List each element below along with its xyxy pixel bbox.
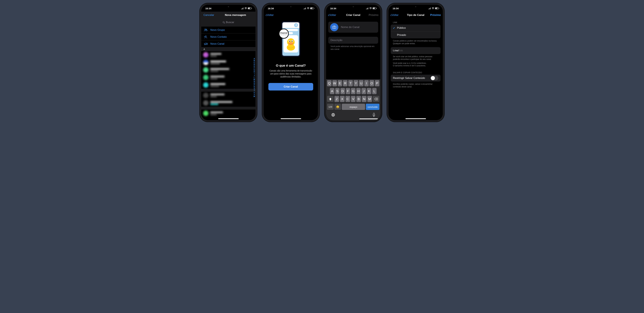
key-e[interactable]: E [338, 80, 342, 86]
channel-name-row: Nome do Canal [328, 22, 378, 33]
channel-description-input[interactable]: Descrição [328, 37, 378, 44]
option-label: Privado [397, 33, 406, 37]
status-right: 64 [241, 7, 252, 9]
check-icon: ✓ [393, 26, 397, 30]
key-h[interactable]: H [356, 88, 361, 94]
page-title: Nova mensagem [225, 13, 246, 17]
create-channel-button[interactable]: Criar Canal [268, 83, 313, 90]
link-hint-2: Você pode usar a–z, 0–9 e underlines. O … [391, 61, 440, 67]
list-item[interactable] [201, 66, 256, 74]
shift-key[interactable] [327, 96, 334, 102]
list-item[interactable] [201, 59, 256, 66]
key-q[interactable]: Q [327, 80, 332, 86]
key-j[interactable]: J [362, 88, 366, 94]
next-button[interactable]: Próximo [430, 13, 441, 17]
key-v[interactable]: V [351, 96, 356, 102]
svg-rect-30 [373, 113, 374, 115]
channel-name-input[interactable]: Nome do Canal [341, 26, 360, 29]
option-label: Público [397, 26, 406, 29]
key-f[interactable]: F [346, 88, 350, 94]
key-u[interactable]: U [359, 80, 364, 86]
megaphone-icon [204, 42, 208, 45]
list-item[interactable] [201, 109, 256, 117]
key-k[interactable]: K [367, 88, 371, 94]
restrict-toggle[interactable] [430, 76, 438, 80]
option-public[interactable]: ✓ Público [391, 24, 440, 31]
camera-icon [332, 26, 336, 29]
chevron-left-icon: ‹ [390, 13, 392, 17]
key-n[interactable]: N [362, 96, 366, 102]
key-b[interactable]: B [356, 96, 361, 102]
svg-text:64: 64 [374, 8, 375, 9]
cancel-button[interactable]: Cancelar [204, 13, 214, 17]
back-label: Voltar [329, 13, 336, 17]
list-item[interactable] [201, 92, 256, 99]
group-icon [204, 28, 208, 31]
public-hint: Canais públicos podem ser encontrados na… [391, 38, 440, 45]
list-item[interactable] [201, 81, 256, 89]
home-indicator[interactable] [281, 118, 301, 119]
home-indicator[interactable] [218, 118, 239, 119]
key-x[interactable]: X [340, 96, 345, 102]
key-g[interactable]: G [351, 88, 356, 94]
svg-line-5 [224, 23, 225, 23]
done-key[interactable]: concluído [366, 104, 380, 110]
option-private[interactable]: Privado [391, 31, 440, 38]
status-time: 16:34 [268, 7, 274, 10]
search-placeholder: Buscar [226, 21, 234, 24]
alpha-index[interactable]: ABCDEFGHIJLMNOPRSTUVW [254, 47, 255, 108]
key-p[interactable]: P [375, 80, 380, 86]
badge-title: Channel [280, 32, 288, 34]
key-s[interactable]: S [335, 88, 340, 94]
key-w[interactable]: W [332, 80, 337, 86]
key-y[interactable]: Y [354, 80, 358, 86]
search-input[interactable]: Buscar [203, 19, 254, 25]
key-a[interactable]: A [330, 88, 334, 94]
back-label: Voltar [267, 13, 274, 17]
space-key[interactable]: espaço [342, 104, 365, 110]
status-time: 16:34 [330, 7, 336, 10]
backspace-key[interactable] [373, 96, 380, 102]
link-placeholder: link [399, 49, 403, 52]
section-header-link: LINK [391, 21, 440, 24]
globe-icon[interactable] [331, 113, 335, 117]
section-header-save: SALVAR E COPIAR CONTEÚDO [391, 71, 440, 75]
chevron-left-icon: ‹ [266, 13, 267, 17]
svg-point-26 [334, 27, 335, 28]
back-button[interactable]: ‹Voltar [266, 13, 274, 17]
key-z[interactable]: Z [334, 96, 339, 102]
emoji-key[interactable]: 😀 [334, 104, 341, 110]
key-t[interactable]: T [348, 80, 353, 86]
numbers-key[interactable]: 123 [327, 104, 334, 110]
section-header-a: A [201, 47, 256, 51]
svg-text:64: 64 [311, 8, 313, 9]
key-d[interactable]: D [340, 88, 345, 94]
key-l[interactable]: L [372, 88, 377, 94]
public-link-input[interactable]: t.me/link [391, 47, 440, 54]
svg-rect-23 [376, 8, 377, 9]
menu-new-contact[interactable]: Novo Contato [201, 33, 256, 40]
set-photo-button[interactable] [330, 23, 338, 31]
key-o[interactable]: O [370, 80, 374, 86]
next-button[interactable]: Próximo [369, 13, 378, 17]
menu-label: Novo Contato [210, 35, 227, 38]
link-hint: Se você criar um link público, outras pe… [391, 54, 440, 61]
menu-new-channel[interactable]: Novo Canal [201, 40, 256, 47]
list-item[interactable] [201, 51, 256, 59]
home-indicator[interactable] [406, 118, 426, 119]
search-icon [223, 21, 225, 23]
key-i[interactable]: I [364, 80, 369, 86]
restrict-label: Restringir Salvar Conteúdo [393, 76, 425, 80]
home-indicator[interactable] [359, 118, 380, 119]
key-m[interactable]: M [367, 96, 372, 102]
key-r[interactable]: R [343, 80, 348, 86]
channel-illustration: Channel 28k members [279, 21, 303, 57]
key-c[interactable]: C [346, 96, 350, 102]
list-item[interactable] [201, 99, 256, 107]
back-button[interactable]: ‹Voltar [328, 13, 336, 17]
back-button[interactable]: ‹Voltar [390, 13, 398, 17]
mic-icon[interactable] [372, 113, 375, 117]
menu-new-group[interactable]: Novo Grupo [201, 26, 256, 33]
nav-bar: Cancelar Nova mensagem [201, 12, 256, 18]
list-item[interactable] [201, 74, 256, 81]
